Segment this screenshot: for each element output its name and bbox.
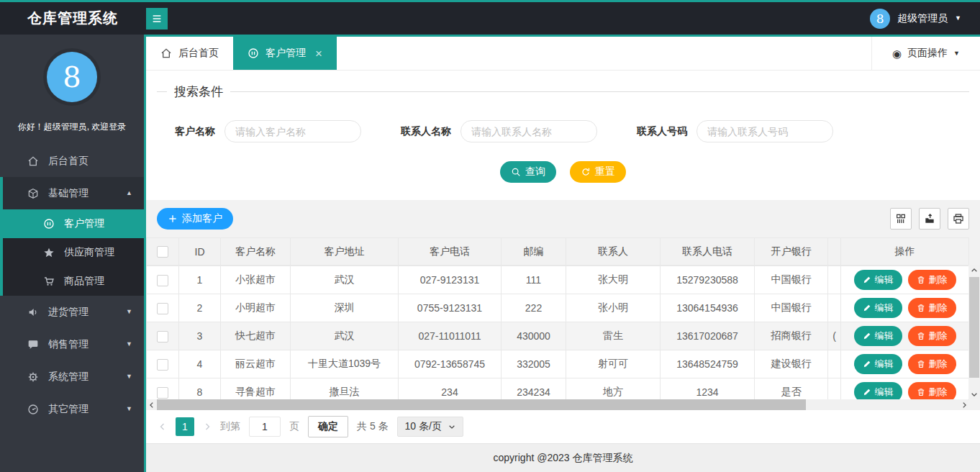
checkbox-cell [147,294,179,322]
cell-bank: 中国银行 [755,266,828,294]
sidebar-item[interactable]: 系统管理▼ [0,360,144,393]
delete-button[interactable]: 删除 [908,354,956,374]
sidebar-item[interactable]: 商品管理 [3,267,144,296]
sidebar-item[interactable]: 基础管理▲ [3,177,144,209]
avatar: 8 [870,9,890,29]
search-panel: 搜索条件 客户名称联系人名称联系人号码 查询 重置 [146,71,980,200]
next-page-button[interactable] [203,422,212,431]
sidebar-item[interactable]: 其它管理▼ [0,393,144,425]
sidebar-item[interactable]: 后台首页 [0,145,144,177]
sidebar-item[interactable]: 进货管理▼ [0,296,144,328]
sidebar-item-label: 其它管理 [48,403,89,416]
delete-button[interactable]: 删除 [908,326,956,346]
edit-button[interactable]: 编辑 [854,298,902,318]
refresh-icon [581,167,591,177]
tab-bar: 后台首页客户管理× ◉ 页面操作 ▼ [146,37,980,71]
user-name: 超级管理员 [897,12,948,25]
chevron-up-icon[interactable] [968,265,980,276]
chevron-down-icon: ▼ [126,406,132,412]
goto-prefix-label: 到第 [220,420,240,433]
row-checkbox[interactable] [157,331,168,342]
legend-line [157,91,167,92]
tab-customer-management[interactable]: 客户管理× [233,37,337,70]
tab-home[interactable]: 后台首页 [146,37,233,70]
prev-page-button[interactable] [158,422,167,431]
edit-button[interactable]: 编辑 [854,382,902,400]
delete-button[interactable]: 删除 [908,270,956,290]
cell-bank: 建设银行 [755,350,828,378]
checkbox-cell [147,378,179,401]
cell-address: 深圳 [291,294,399,322]
chevron-left-icon[interactable] [146,399,157,410]
columns-grid-button[interactable] [890,208,912,230]
row-checkbox[interactable] [157,359,168,371]
row-checkbox[interactable] [157,303,168,314]
delete-button-label: 删除 [929,273,948,286]
confirm-button[interactable]: 确定 [308,416,348,437]
cell-address: 武汉 [291,266,399,294]
sidebar: 8 你好！超级管理员, 欢迎登录 后台首页基础管理▲客户管理供应商管理商品管理进… [0,35,146,472]
chevron-down-icon[interactable] [968,389,980,399]
sidebar-toggle-button[interactable] [146,8,168,30]
reset-button[interactable]: 重置 [570,161,626,183]
trash-icon [917,304,925,312]
print-button[interactable] [948,208,969,230]
plus-icon [168,214,178,224]
cell-zip: 234234 [502,378,566,401]
cell-contact: 张小明 [566,294,661,322]
query-button[interactable]: 查询 [500,161,556,183]
pagination: 1 到第 页 确定 共 5 条 10 条/页 [146,410,980,443]
query-button-label: 查询 [525,165,545,178]
cell-phone: 0755-9123131 [399,294,502,322]
greeting-text: 你好！超级管理员, 欢迎登录 [0,121,144,133]
page-number-button[interactable]: 1 [176,417,194,436]
goto-page-input[interactable] [249,417,281,437]
total-count-label: 共 5 条 [357,420,389,433]
edit-button[interactable]: 编辑 [854,270,902,290]
cell-id: 4 [179,350,221,378]
delete-button[interactable]: 删除 [908,298,956,318]
user-menu[interactable]: 8 超级管理员 ▼ [870,9,980,29]
scrollbar-thumb[interactable] [969,277,979,378]
customer-name-input[interactable] [224,120,361,142]
search-field: 联系人号码 [637,120,833,142]
chevron-down-icon: ▼ [955,15,961,22]
contact-number-input[interactable] [697,120,833,142]
home-icon [160,47,172,59]
export-button[interactable] [919,208,940,230]
chevron-right-icon[interactable] [958,399,969,410]
page-size-select[interactable]: 10 条/页 [397,417,463,437]
trash-icon [917,360,925,368]
cell-contact_phone: 15279230588 [661,266,755,294]
close-icon[interactable]: × [315,47,322,60]
row-checkbox[interactable] [157,387,168,399]
sidebar-item[interactable]: 客户管理 [3,209,144,238]
edit-button[interactable]: 编辑 [854,354,902,374]
select-all-checkbox[interactable] [157,246,168,258]
edit-button-label: 编辑 [875,301,894,314]
search-field: 联系人名称 [401,120,597,142]
horizontal-scrollbar[interactable] [146,399,968,410]
field-label: 联系人号码 [637,125,687,138]
chevron-down-icon: ▼ [126,341,132,348]
delete-button[interactable]: 删除 [908,382,956,400]
star-icon [43,247,55,258]
scrollbar-thumb[interactable] [157,399,806,410]
edit-button-label: 编辑 [875,358,894,371]
edit-button[interactable]: 编辑 [854,326,902,346]
avatar-text: 8 [63,60,81,94]
sidebar-item[interactable]: 供应商管理 [3,238,144,267]
add-customer-button[interactable]: 添加客户 [157,208,233,230]
pause-icon [43,218,55,230]
row-checkbox[interactable] [157,275,168,286]
sidebar-item[interactable]: 销售管理▼ [0,328,144,360]
cell-id: 2 [179,294,221,322]
sidebar-item-label: 基础管理 [48,187,89,200]
table-row: 3快七超市武汉027-11011011430000雷生13617020687招商… [147,322,969,350]
column-header: 邮编 [502,238,566,266]
vertical-scrollbar[interactable] [968,265,980,399]
edit-button-label: 编辑 [875,386,894,399]
search-icon [511,167,521,177]
page-actions-dropdown[interactable]: ◉ 页面操作 ▼ [871,37,980,70]
contact-name-input[interactable] [460,120,597,142]
